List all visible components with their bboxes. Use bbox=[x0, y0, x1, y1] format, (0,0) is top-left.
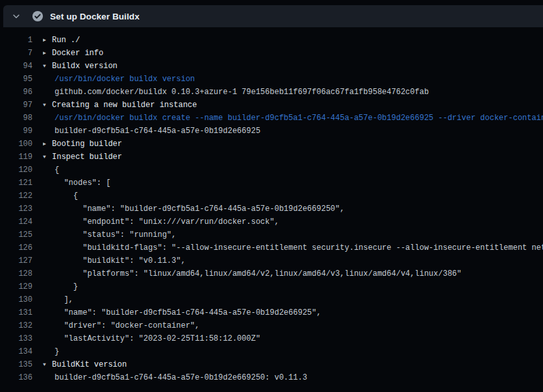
line-number[interactable]: 96 bbox=[0, 86, 32, 99]
log-line: 125 "status": "running", bbox=[0, 228, 543, 241]
log-line[interactable]: 97 ▼Creating a new builder instance bbox=[0, 99, 543, 112]
log-line: 98 /usr/bin/docker buildx create --name … bbox=[0, 112, 543, 125]
line-text: "status": "running", bbox=[55, 228, 176, 241]
line-content: /usr/bin/docker buildx version bbox=[43, 73, 195, 86]
line-number[interactable]: 124 bbox=[0, 215, 32, 228]
line-text: github.com/docker/buildx 0.10.3+azure-1 … bbox=[55, 86, 429, 99]
line-text: /usr/bin/docker buildx create --name bui… bbox=[55, 112, 543, 125]
line-text: /usr/bin/docker buildx version bbox=[55, 73, 195, 86]
line-number[interactable]: 122 bbox=[0, 190, 32, 202]
line-number[interactable]: 94 bbox=[0, 60, 32, 73]
log-line[interactable]: 135 ▼BuildKit version bbox=[0, 358, 543, 371]
log-line[interactable]: 1 ▶Run ./ bbox=[0, 34, 543, 47]
line-number[interactable]: 130 bbox=[0, 293, 32, 306]
line-content: ▼BuildKit version bbox=[43, 358, 127, 371]
log-line: 129 } bbox=[0, 280, 543, 293]
log-line: 124 "endpoint": "unix:///var/run/docker.… bbox=[0, 215, 543, 228]
log-line: 121 "nodes": [ bbox=[0, 177, 543, 190]
check-circle-icon bbox=[32, 10, 44, 22]
line-number[interactable]: 135 bbox=[0, 358, 32, 371]
line-number[interactable]: 120 bbox=[0, 164, 32, 177]
line-content: { bbox=[43, 164, 59, 177]
group-collapse-icon[interactable]: ▼ bbox=[43, 60, 52, 73]
line-text: BuildKit version bbox=[52, 358, 127, 371]
line-text: Docker info bbox=[52, 47, 103, 60]
log-line[interactable]: 94 ▼Buildx version bbox=[0, 60, 543, 73]
line-number[interactable]: 131 bbox=[0, 306, 32, 319]
line-content: "buildkit": "v0.11.3", bbox=[43, 254, 186, 267]
line-number[interactable]: 98 bbox=[0, 112, 32, 125]
line-number[interactable]: 136 bbox=[0, 371, 32, 384]
log-line: 120 { bbox=[0, 164, 543, 177]
log-line: 96 github.com/docker/buildx 0.10.3+azure… bbox=[0, 86, 543, 99]
group-collapse-icon[interactable]: ▼ bbox=[43, 99, 52, 112]
line-number[interactable]: 127 bbox=[0, 254, 32, 267]
line-text: "endpoint": "unix:///var/run/docker.sock… bbox=[55, 215, 279, 228]
line-number[interactable]: 99 bbox=[0, 125, 32, 138]
line-number[interactable]: 100 bbox=[0, 138, 32, 151]
line-number[interactable]: 129 bbox=[0, 280, 32, 293]
line-text: "driver": "docker-container", bbox=[55, 319, 199, 332]
step-title: Set up Docker Buildx bbox=[50, 12, 140, 21]
line-text: "buildkit": "v0.11.3", bbox=[55, 254, 186, 267]
line-number[interactable]: 134 bbox=[0, 345, 32, 358]
log-line[interactable]: 7 ▶Docker info bbox=[0, 47, 543, 60]
log-line: 122 { bbox=[0, 190, 543, 202]
line-content: builder-d9cfb5a1-c764-445a-a57e-0b19d2e6… bbox=[43, 371, 307, 384]
line-number[interactable]: 95 bbox=[0, 73, 32, 86]
line-text: { bbox=[55, 190, 78, 202]
group-expand-icon[interactable]: ▶ bbox=[43, 47, 52, 60]
line-number[interactable]: 126 bbox=[0, 241, 32, 254]
line-text: "lastActivity": "2023-02-25T11:58:12.000… bbox=[55, 332, 260, 345]
line-content: ▶Docker info bbox=[43, 47, 103, 60]
line-text: { bbox=[55, 164, 59, 177]
line-content: ▼Buildx version bbox=[43, 60, 118, 73]
line-content: "driver": "docker-container", bbox=[43, 319, 199, 332]
group-expand-icon[interactable]: ▶ bbox=[43, 34, 52, 47]
log-line[interactable]: 119 ▼Inspect builder bbox=[0, 151, 543, 164]
group-expand-icon[interactable]: ▶ bbox=[43, 138, 52, 151]
line-content: github.com/docker/buildx 0.10.3+azure-1 … bbox=[43, 86, 429, 99]
line-number[interactable]: 133 bbox=[0, 332, 32, 345]
line-content: "platforms": "linux/amd64,linux/amd64/v2… bbox=[43, 267, 462, 280]
line-content: "status": "running", bbox=[43, 228, 176, 241]
line-number[interactable]: 132 bbox=[0, 319, 32, 332]
line-text: Run ./ bbox=[52, 34, 80, 47]
line-number[interactable]: 97 bbox=[0, 99, 32, 112]
line-text: "name": "builder-d9cfb5a1-c764-445a-a57e… bbox=[55, 306, 321, 319]
group-collapse-icon[interactable]: ▼ bbox=[43, 358, 52, 371]
line-text: builder-d9cfb5a1-c764-445a-a57e-0b19d2e6… bbox=[55, 125, 260, 138]
line-number[interactable]: 7 bbox=[0, 47, 32, 60]
line-number[interactable]: 128 bbox=[0, 267, 32, 280]
log-line: 95 /usr/bin/docker buildx version bbox=[0, 73, 543, 86]
log-lines: 1 ▶Run ./ 7 ▶Docker info 94 ▼Buildx vers… bbox=[0, 27, 543, 384]
line-text: Inspect builder bbox=[52, 151, 122, 164]
line-text: } bbox=[55, 280, 78, 293]
line-content: "endpoint": "unix:///var/run/docker.sock… bbox=[43, 215, 279, 228]
line-number[interactable]: 123 bbox=[0, 202, 32, 215]
line-number[interactable]: 1 bbox=[0, 34, 32, 47]
line-number[interactable]: 125 bbox=[0, 228, 32, 241]
group-collapse-icon[interactable]: ▼ bbox=[43, 151, 52, 164]
line-text: ], bbox=[55, 293, 73, 306]
line-content: ▼Creating a new builder instance bbox=[43, 99, 197, 112]
log-line: 123 "name": "builder-d9cfb5a1-c764-445a-… bbox=[0, 202, 543, 215]
log-line: 134 } bbox=[0, 345, 543, 358]
line-content: builder-d9cfb5a1-c764-445a-a57e-0b19d2e6… bbox=[43, 125, 260, 138]
log-line: 132 "driver": "docker-container", bbox=[0, 319, 543, 332]
line-content: ], bbox=[43, 293, 73, 306]
chevron-down-icon[interactable] bbox=[11, 11, 21, 21]
step-header[interactable]: Set up Docker Buildx bbox=[3, 5, 543, 27]
log-line: 126 "buildkitd-flags": "--allow-insecure… bbox=[0, 241, 543, 254]
line-content: "lastActivity": "2023-02-25T11:58:12.000… bbox=[43, 332, 260, 345]
log-line[interactable]: 100 ▶Booting builder bbox=[0, 138, 543, 151]
line-number[interactable]: 119 bbox=[0, 151, 32, 164]
log-line: 128 "platforms": "linux/amd64,linux/amd6… bbox=[0, 267, 543, 280]
line-content: /usr/bin/docker buildx create --name bui… bbox=[43, 112, 543, 125]
log-line: 99 builder-d9cfb5a1-c764-445a-a57e-0b19d… bbox=[0, 125, 543, 138]
line-text: Creating a new builder instance bbox=[52, 99, 197, 112]
line-number[interactable]: 121 bbox=[0, 177, 32, 190]
line-text: builder-d9cfb5a1-c764-445a-a57e-0b19d2e6… bbox=[55, 371, 307, 384]
line-text: Booting builder bbox=[52, 138, 122, 151]
line-content: ▶Run ./ bbox=[43, 34, 80, 47]
